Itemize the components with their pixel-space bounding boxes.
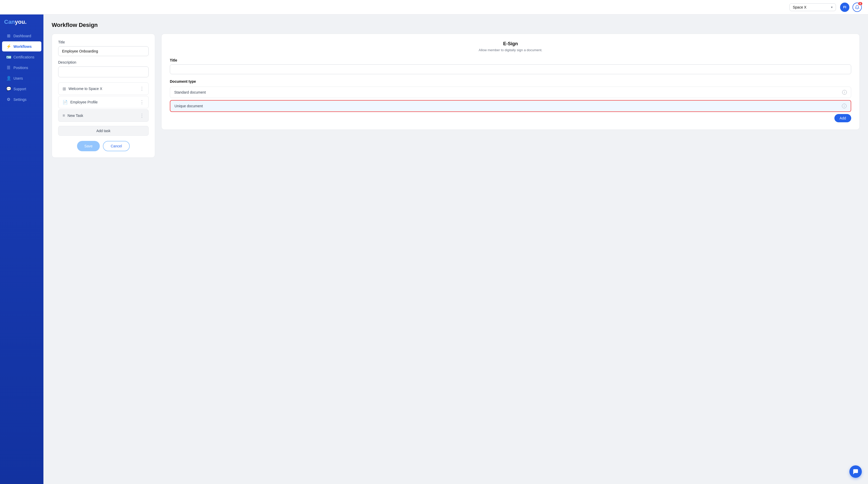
add-button[interactable]: Add (834, 114, 851, 122)
app-logo: Canyou. (0, 19, 43, 31)
settings-icon: ⚙ (6, 97, 11, 102)
save-button[interactable]: Save (77, 141, 100, 151)
sidebar-item-users[interactable]: 👤 Users (2, 73, 41, 83)
add-task-button[interactable]: Add task (58, 126, 149, 136)
top-navigation: Space X ▾ FI 9 (0, 0, 868, 14)
content-area: Title Description ⊞ Welcome to Space X ⋮ (52, 34, 860, 158)
doc-type-option-standard[interactable]: Standard document i (170, 87, 851, 98)
workspace-selector[interactable]: Space X ▾ (789, 3, 836, 11)
info-icon-standard[interactable]: i (842, 90, 847, 95)
workflows-icon: ⚡ (6, 44, 11, 49)
users-icon: 👤 (6, 76, 11, 81)
task-left: ⊞ Welcome to Space X (63, 86, 102, 91)
chevron-down-icon: ▾ (831, 5, 833, 9)
task-name-employee-profile: Employee Profile (70, 100, 98, 104)
task-name-new-task: New Task (67, 114, 83, 118)
task-list: ⊞ Welcome to Space X ⋮ 📄 Employee Profil… (58, 83, 149, 122)
sidebar-item-certifications[interactable]: 🪪 Certifications (2, 52, 41, 62)
workspace-name: Space X (793, 5, 806, 9)
sidebar-item-settings[interactable]: ⚙ Settings (2, 94, 41, 104)
title-field-label: Title (58, 40, 149, 44)
info-icon-unique[interactable]: i (842, 104, 846, 108)
task-icon-new-task: ≡ (63, 113, 65, 118)
cancel-button[interactable]: Cancel (103, 141, 130, 151)
title-input[interactable] (58, 46, 149, 56)
page-title: Workflow Design (52, 22, 860, 28)
support-icon: 💬 (6, 86, 11, 91)
task-row[interactable]: 📄 Employee Profile ⋮ (58, 96, 149, 108)
sidebar: Canyou. ⊞ Dashboard ⚡ Workflows 🪪 Certif… (0, 14, 43, 484)
task-menu-new-task[interactable]: ⋮ (140, 113, 144, 118)
sidebar-label-positions: Positions (13, 66, 28, 70)
description-input[interactable] (58, 66, 149, 77)
sidebar-label-users: Users (13, 76, 23, 81)
action-buttons: Save Cancel (58, 141, 149, 151)
task-menu-welcome[interactable]: ⋮ (140, 86, 144, 92)
task-menu-employee-profile[interactable]: ⋮ (140, 99, 144, 105)
sidebar-item-support[interactable]: 💬 Support (2, 84, 41, 94)
sidebar-label-support: Support (13, 87, 26, 91)
task-left: ≡ New Task (63, 113, 83, 118)
esign-subtitle: Allow member to digitally sign a documen… (170, 48, 851, 52)
notifications-button[interactable]: 9 (852, 3, 862, 12)
description-field-label: Description (58, 60, 149, 64)
doc-type-text-standard: Standard document (174, 90, 206, 94)
sidebar-label-certifications: Certifications (13, 55, 34, 59)
esign-title-label: Title (170, 58, 851, 62)
task-name-welcome: Welcome to Space X (68, 87, 102, 91)
doc-type-label: Document type (170, 79, 851, 84)
sidebar-label-dashboard: Dashboard (13, 34, 31, 38)
nav-icons: FI 9 (840, 3, 862, 12)
esign-title-input[interactable] (170, 64, 851, 74)
task-icon-employee-profile: 📄 (63, 100, 68, 105)
sidebar-item-dashboard[interactable]: ⊞ Dashboard (2, 31, 41, 41)
certifications-icon: 🪪 (6, 55, 11, 59)
esign-panel: E-Sign Allow member to digitally sign a … (161, 34, 860, 130)
task-left: 📄 Employee Profile (63, 100, 98, 105)
workflow-form-card: Title Description ⊞ Welcome to Space X ⋮ (52, 34, 155, 158)
main-content: Workflow Design Title Description ⊞ Welc… (43, 14, 868, 484)
doc-type-option-unique[interactable]: Unique document i (170, 100, 851, 112)
chat-button[interactable] (849, 465, 862, 478)
task-row[interactable]: ⊞ Welcome to Space X ⋮ (58, 83, 149, 95)
sidebar-label-workflows: Workflows (13, 44, 32, 49)
sidebar-item-workflows[interactable]: ⚡ Workflows (2, 41, 41, 52)
sidebar-item-positions[interactable]: ☰ Positions (2, 63, 41, 73)
positions-icon: ☰ (6, 65, 11, 70)
task-row[interactable]: ≡ New Task ⋮ (58, 109, 149, 122)
dashboard-icon: ⊞ (6, 33, 11, 38)
task-icon-welcome: ⊞ (63, 86, 66, 91)
sidebar-label-settings: Settings (13, 97, 27, 101)
doc-type-text-unique: Unique document (175, 104, 203, 108)
avatar[interactable]: FI (840, 3, 849, 12)
esign-title: E-Sign (170, 41, 851, 47)
notification-badge: 9 (858, 2, 862, 5)
